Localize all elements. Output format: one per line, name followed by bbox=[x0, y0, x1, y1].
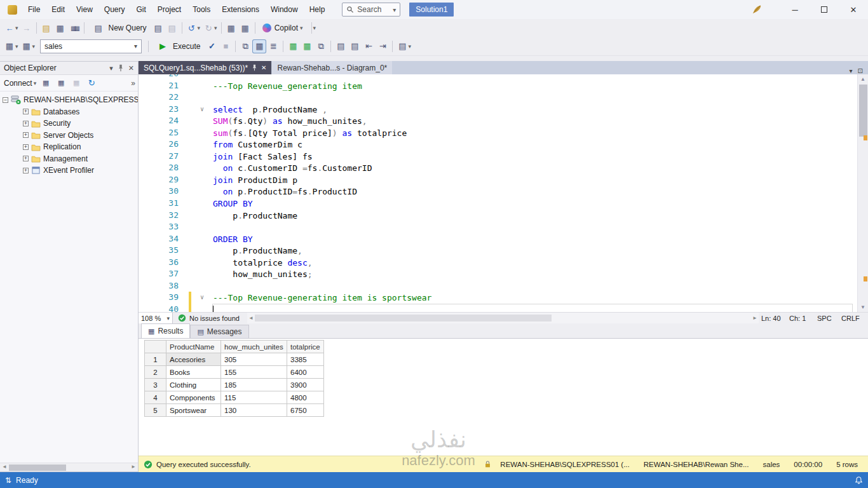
expand-icon[interactable]: + bbox=[23, 109, 29, 114]
client-statistics-button[interactable] bbox=[314, 39, 328, 53]
intellisense-button[interactable] bbox=[286, 39, 300, 53]
grid-cell[interactable]: Books bbox=[166, 366, 221, 379]
grid-cell[interactable]: 115 bbox=[221, 391, 287, 404]
open-recent-button[interactable] bbox=[165, 21, 179, 35]
uncomment-button[interactable] bbox=[348, 39, 362, 53]
menu-item-file[interactable]: File bbox=[22, 3, 46, 17]
scroll-up-icon[interactable]: ▲ bbox=[858, 76, 868, 82]
code-line[interactable]: 39∨---Top Revenue-generating item is spo… bbox=[139, 292, 868, 304]
grid-cell[interactable]: 305 bbox=[221, 353, 287, 366]
scroll-right-icon[interactable]: ► bbox=[131, 464, 136, 470]
tree-node-server-objects[interactable]: +Server Objects bbox=[0, 130, 138, 142]
pin-icon[interactable] bbox=[118, 64, 124, 72]
save-all-button[interactable] bbox=[67, 21, 81, 35]
tree-node-replication[interactable]: +Replication bbox=[0, 141, 138, 153]
zoom-combo[interactable]: 108 % ▾ bbox=[139, 313, 173, 323]
actual-plan-button[interactable] bbox=[300, 39, 314, 53]
grid-cell[interactable]: 130 bbox=[221, 404, 287, 417]
table-row[interactable]: 1Accesories3053385 bbox=[145, 353, 324, 366]
tab-sqlquery1[interactable]: SQLQuery1.sq...Shehab (53))* ✕ bbox=[139, 61, 271, 74]
grid-cell[interactable]: 3900 bbox=[287, 379, 324, 391]
code-line[interactable]: 34ORDER BY bbox=[139, 233, 868, 245]
search-box[interactable]: Search ▾ bbox=[342, 3, 400, 17]
redo-button[interactable] bbox=[201, 21, 215, 35]
table-row[interactable]: 4Compponents1154800 bbox=[145, 391, 324, 404]
grid-cell[interactable]: 155 bbox=[221, 366, 287, 379]
tab-messages[interactable]: ▤ Messages bbox=[190, 325, 248, 338]
grid-cell[interactable]: Accesories bbox=[166, 353, 221, 366]
new-database-query-button[interactable] bbox=[151, 21, 165, 35]
grid-cell[interactable]: Compponents bbox=[166, 391, 221, 404]
activity-monitor-button[interactable] bbox=[224, 21, 238, 35]
menu-item-edit[interactable]: Edit bbox=[46, 3, 71, 17]
table-row[interactable]: 2Books1556400 bbox=[145, 366, 324, 379]
row-header[interactable]: 1 bbox=[145, 353, 166, 366]
column-header-totalprice[interactable]: totalprice bbox=[287, 341, 324, 353]
cancel-query-button[interactable] bbox=[219, 39, 233, 53]
tab-diagram[interactable]: Rewan-Shehab...s - Diagram_0* bbox=[272, 61, 392, 74]
table-designer-button[interactable] bbox=[238, 21, 252, 35]
row-header[interactable]: 5 bbox=[145, 404, 166, 417]
open-file-button[interactable] bbox=[39, 21, 53, 35]
disconnect-button[interactable] bbox=[39, 76, 53, 90]
expand-icon[interactable]: + bbox=[23, 144, 29, 150]
results-grid[interactable]: ProductNamehow_much_unitestotalprice1Acc… bbox=[144, 340, 324, 417]
menu-item-window[interactable]: Window bbox=[265, 3, 304, 17]
close-icon[interactable]: ✕ bbox=[128, 64, 134, 72]
stop-server-button[interactable] bbox=[54, 76, 68, 90]
table-row[interactable]: 3Clothing1853900 bbox=[145, 379, 324, 391]
code-line[interactable]: 31GROUP BY bbox=[139, 198, 868, 210]
execute-button[interactable]: Execute bbox=[151, 39, 205, 54]
maximize-button[interactable] bbox=[810, 0, 839, 19]
pin-icon[interactable] bbox=[252, 64, 257, 71]
save-button[interactable] bbox=[53, 21, 67, 35]
close-icon[interactable]: ✕ bbox=[261, 64, 266, 71]
issues-indicator[interactable]: No issues found bbox=[173, 314, 245, 322]
collapse-icon[interactable]: − bbox=[3, 97, 8, 103]
grid-cell[interactable]: 4800 bbox=[287, 391, 324, 404]
scroll-left-icon[interactable]: ◄ bbox=[2, 464, 7, 470]
code-line[interactable]: 26from CustomerDim c bbox=[139, 139, 868, 151]
expand-icon[interactable]: + bbox=[23, 168, 29, 173]
grid-cell[interactable]: Clothing bbox=[166, 379, 221, 391]
indent-button[interactable] bbox=[376, 39, 390, 53]
menu-item-git[interactable]: Git bbox=[131, 3, 152, 17]
minimize-button[interactable]: ─ bbox=[780, 0, 810, 19]
chevron-down-icon[interactable]: ▾ bbox=[850, 67, 853, 74]
menu-item-view[interactable]: View bbox=[71, 3, 98, 17]
code-line[interactable]: 24SUM(fs.Qty) as how_much_unites, bbox=[139, 115, 868, 127]
change-connection-button[interactable] bbox=[20, 39, 34, 53]
scroll-right-icon[interactable]: ► bbox=[752, 315, 757, 321]
new-query-button[interactable]: New Query bbox=[87, 20, 151, 36]
table-row[interactable]: 5Sportswear1306750 bbox=[145, 404, 324, 417]
code-line[interactable]: 21---Top Revenue_generating item bbox=[139, 80, 868, 92]
menu-item-tools[interactable]: Tools bbox=[187, 3, 216, 17]
grid-cell[interactable]: 185 bbox=[221, 379, 287, 391]
menu-item-extensions[interactable]: Extensions bbox=[216, 3, 265, 17]
undo-button[interactable] bbox=[185, 21, 199, 35]
code-line[interactable]: 22 bbox=[139, 92, 868, 104]
results-to-text-button[interactable] bbox=[266, 39, 280, 53]
comment-button[interactable] bbox=[334, 39, 348, 53]
toolbar-overflow-icon[interactable]: » bbox=[131, 79, 135, 88]
connect-database-button[interactable] bbox=[3, 39, 17, 53]
filter-button[interactable] bbox=[69, 76, 83, 90]
code-line[interactable]: 23∨select p.ProductName , bbox=[139, 104, 868, 116]
expand-icon[interactable]: + bbox=[23, 156, 29, 161]
row-header[interactable]: 3 bbox=[145, 379, 166, 391]
close-button[interactable]: ✕ bbox=[839, 0, 868, 19]
expand-icon[interactable]: + bbox=[23, 132, 29, 138]
object-explorer-hscrollbar[interactable]: ◄ ► bbox=[0, 463, 138, 471]
scroll-left-icon[interactable]: ◄ bbox=[248, 315, 254, 321]
query-options-button[interactable] bbox=[395, 39, 409, 53]
grid-cell[interactable]: 6750 bbox=[287, 404, 324, 417]
row-header[interactable]: 4 bbox=[145, 391, 166, 404]
solution-badge[interactable]: Solution1 bbox=[409, 3, 454, 17]
outdent-button[interactable] bbox=[362, 39, 376, 53]
code-line[interactable]: 32 p.ProductName bbox=[139, 210, 868, 222]
fold-arrow-icon[interactable]: ∨ bbox=[200, 292, 204, 304]
code-line[interactable]: 33 bbox=[139, 221, 868, 233]
column-header-productname[interactable]: ProductName bbox=[166, 341, 221, 353]
code-line[interactable]: 25sum(fs.[Qty Total price]) as totalpric… bbox=[139, 127, 868, 139]
parse-button[interactable] bbox=[205, 39, 219, 53]
